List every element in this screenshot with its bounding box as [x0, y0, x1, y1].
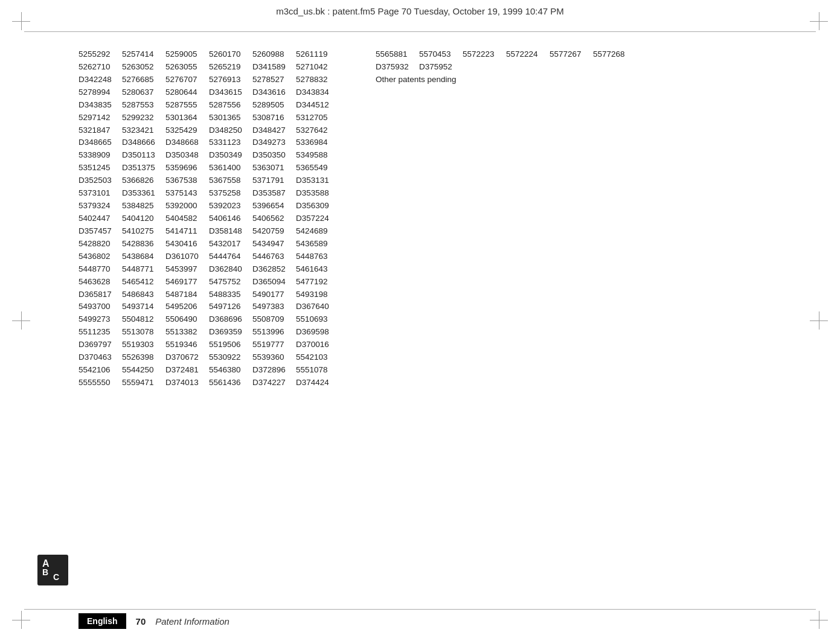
patent-number: D372481 [165, 364, 209, 377]
patent-number: 5261119 [296, 48, 339, 61]
table-row: 54024475404120540458254061465406562D3572… [79, 212, 339, 225]
patent-number: 5331123 [209, 136, 252, 149]
patent-number: D350348 [165, 149, 209, 162]
patent-number: D342248 [79, 74, 122, 86]
patent-number: 5519777 [252, 339, 296, 351]
patent-number: D358148 [209, 225, 252, 238]
patent-number: 5367538 [165, 174, 209, 187]
patent-number: D350350 [252, 149, 296, 162]
patent-number: 5373101 [79, 187, 122, 200]
patent-number: D357457 [79, 225, 122, 238]
patent-number: 5312705 [296, 112, 339, 124]
patent-number: 5493198 [296, 289, 339, 301]
patent-number: 5577268 [593, 48, 636, 61]
patent-number: 5465412 [122, 276, 165, 289]
patent-number: 5495206 [165, 301, 209, 313]
table-row: 5428820542883654304165432017543494754365… [79, 238, 339, 250]
right-patent-columns: 5565881557045355722235572224557726755772… [376, 48, 636, 581]
patent-number: 5384825 [122, 200, 165, 212]
left-patent-columns: 5255292525741452590055260170526098852611… [79, 48, 339, 581]
patent-number: 5365549 [296, 162, 339, 174]
table-row: 54937005493714549520654971265497383D3676… [79, 301, 339, 313]
patent-number: 5542106 [79, 364, 122, 377]
table-row: 5262710526305252630555265219D34158952710… [79, 61, 339, 74]
table-row: 53793245384825539200053920235396654D3563… [79, 200, 339, 212]
patent-number: D374013 [165, 377, 209, 389]
patent-number: D344512 [296, 99, 339, 112]
patent-number: 5257414 [122, 48, 165, 61]
patent-number: 5325429 [165, 124, 209, 137]
patent-number: 5444764 [209, 250, 252, 263]
patent-number: 5276913 [209, 74, 252, 86]
patent-number: 5561436 [209, 377, 252, 389]
patent-number: D353131 [296, 174, 339, 187]
patent-number: D375952 [419, 61, 463, 74]
patent-number: 5463628 [79, 276, 122, 289]
patent-number: 5336984 [296, 136, 339, 149]
patent-number: 5519303 [122, 339, 165, 351]
patent-number: 5469177 [165, 276, 209, 289]
header-text: m3cd_us.bk : patent.fm5 Page 70 Tuesday,… [276, 6, 564, 16]
patent-number: D351375 [122, 162, 165, 174]
patent-number: 5402447 [79, 212, 122, 225]
page-label: Patent Information [155, 616, 229, 627]
language-text: English [87, 616, 118, 626]
patent-number: 5506490 [165, 313, 209, 326]
patent-number: 5477192 [296, 276, 339, 289]
patent-number: 5297142 [79, 112, 122, 124]
patent-number: D348250 [209, 124, 252, 137]
patent-number: 5572224 [506, 48, 550, 61]
patent-number: 5278832 [296, 74, 339, 86]
patent-number: D357224 [296, 212, 339, 225]
patent-number: 5321847 [79, 124, 122, 137]
language-badge: English [79, 613, 126, 629]
crosshair-top-right [810, 12, 828, 30]
patent-number: D348666 [122, 136, 165, 149]
patent-number: D369797 [79, 339, 122, 351]
patent-number: 5420759 [252, 225, 296, 238]
patent-number: 5428836 [122, 238, 165, 250]
patent-number: 5493714 [122, 301, 165, 313]
patent-number: 5367558 [209, 174, 252, 187]
patent-number: 5497126 [209, 301, 252, 313]
svg-text:C: C [53, 572, 59, 582]
patent-number: 5436802 [79, 250, 122, 263]
patent-number: 5259005 [165, 48, 209, 61]
patent-number: 5551078 [296, 364, 339, 377]
patent-number: 5539360 [252, 351, 296, 364]
patent-number: 5404582 [165, 212, 209, 225]
patent-number: 5299232 [122, 112, 165, 124]
crosshair-bottom-right [810, 611, 828, 629]
bottom-bar: English 70 Patent Information [79, 613, 792, 629]
patent-number: 5448770 [79, 263, 122, 276]
table-row: D365817548684354871845488335549017754931… [79, 289, 339, 301]
patent-number: 5436589 [296, 238, 339, 250]
patent-number: 5486843 [122, 289, 165, 301]
patent-number: D353588 [296, 187, 339, 200]
patent-number: 5414711 [165, 225, 209, 238]
patent-number: 5504812 [122, 313, 165, 326]
patent-number: 5493700 [79, 301, 122, 313]
patent-number: 5530922 [209, 351, 252, 364]
patent-number: D356309 [296, 200, 339, 212]
patent-number: D370016 [296, 339, 339, 351]
page-header: m3cd_us.bk : patent.fm5 Page 70 Tuesday,… [48, 6, 792, 16]
patent-number: 5366826 [122, 174, 165, 187]
table-row: D3438355287553528755552875565289505D3445… [79, 99, 339, 112]
patent-number: D365817 [79, 289, 122, 301]
patent-number: 5371791 [252, 174, 296, 187]
patent-number: 5338909 [79, 149, 122, 162]
patent-number: 5255292 [79, 48, 122, 61]
table-row: 549927355048125506490D368696550870955106… [79, 313, 339, 326]
patent-number: 5448771 [122, 263, 165, 276]
patent-number: D374424 [296, 377, 339, 389]
patent-number: D341589 [252, 61, 296, 74]
patent-number: D365094 [252, 276, 296, 289]
table-row: D348665D348666D3486685331123D34927353369… [79, 136, 339, 149]
patent-number: 5513382 [165, 326, 209, 339]
patent-number: 5359696 [165, 162, 209, 174]
patent-number: 5499273 [79, 313, 122, 326]
table-row: 55555505559471D3740135561436D374227D3744… [79, 377, 339, 389]
patent-number: 5475752 [209, 276, 252, 289]
patent-number: 5488335 [209, 289, 252, 301]
